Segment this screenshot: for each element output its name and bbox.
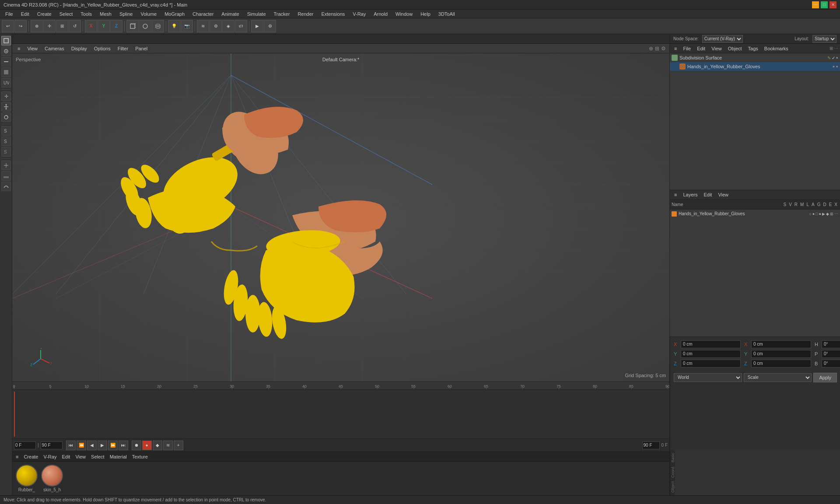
goto-start-button[interactable]: ⏮ — [66, 441, 76, 450]
current-frame-input[interactable] — [14, 441, 36, 449]
z-axis-button[interactable]: Z — [110, 20, 122, 32]
layers-hamburger[interactable]: ≡ — [672, 191, 679, 198]
menu-item-tracker[interactable]: Tracker — [270, 10, 294, 18]
layer-icon-3[interactable]: □ — [816, 212, 818, 216]
menu-item-volume[interactable]: Volume — [137, 10, 160, 18]
viewport-menu-view[interactable]: View — [25, 45, 39, 52]
menu-item-create[interactable]: Create — [34, 10, 55, 18]
minimize-button[interactable]: ─ — [812, 1, 819, 8]
spline-tool[interactable]: S — [1, 126, 11, 136]
mat-menu-view[interactable]: View — [74, 453, 88, 460]
viewport-menu-cameras[interactable]: Cameras — [43, 45, 66, 52]
menu-item-character[interactable]: Character — [189, 10, 217, 18]
poly-mode-tool[interactable] — [1, 67, 11, 77]
edge-mode-tool[interactable] — [1, 57, 11, 66]
scale-tool[interactable] — [1, 102, 11, 112]
node-space-select[interactable]: Current (V-Ray) — [702, 35, 743, 43]
paint-tool[interactable]: S — [1, 147, 11, 157]
viewport-menu-panel[interactable]: Panel — [133, 45, 149, 52]
subdiv-prop-edit[interactable]: ✎ — [827, 56, 831, 60]
uv-mode-tool[interactable]: UV — [1, 78, 11, 88]
play-reverse-button[interactable]: ◀ — [87, 441, 97, 450]
layer-icon-5[interactable]: ▶ — [822, 212, 825, 216]
move-tool[interactable]: ✛ — [1, 91, 11, 101]
side-tab-coord[interactable]: Coord. — [670, 464, 676, 480]
menu-item-animate[interactable]: Animate — [218, 10, 242, 18]
light-button[interactable]: 💡 — [168, 20, 180, 32]
undo-button[interactable]: ↩ — [2, 20, 14, 32]
layer-icon-4[interactable]: ● — [819, 212, 821, 216]
deformer-button[interactable]: ≋ — [197, 20, 209, 32]
menu-item-edit[interactable]: Edit — [18, 10, 33, 18]
om-icon-1[interactable]: ⊞ — [830, 46, 833, 51]
rotate-tool-button[interactable]: ↺ — [69, 20, 81, 32]
mat-menu-texture[interactable]: Texture — [130, 453, 150, 460]
redo-button[interactable]: ↪ — [14, 20, 27, 32]
side-tab-basic[interactable]: Basic — [670, 451, 676, 464]
mat-menu-hamburger[interactable]: ≡ — [14, 453, 20, 460]
sky-tool[interactable] — [1, 182, 11, 191]
layers-view[interactable]: View — [715, 191, 731, 198]
viewport-settings-icon[interactable]: ⚙ — [661, 46, 666, 52]
side-tab-object[interactable]: Object — [670, 480, 676, 494]
mat-menu-vray[interactable]: V-Ray — [42, 453, 58, 460]
sculpt-tool[interactable]: S — [1, 136, 11, 146]
effector-button[interactable]: ◈ — [222, 20, 234, 32]
sphere-button[interactable] — [139, 20, 151, 32]
coord-h-input[interactable] — [822, 340, 840, 348]
generator-button[interactable]: ⚙ — [210, 20, 222, 32]
om-edit[interactable]: Edit — [694, 45, 708, 52]
coord-y2-input[interactable] — [751, 350, 811, 358]
layout-select[interactable]: Startup — [812, 35, 836, 43]
coord-b-input[interactable] — [822, 360, 840, 368]
viewport-menu-display[interactable]: Display — [70, 45, 89, 52]
mat-menu-material[interactable]: Material — [108, 453, 129, 460]
live-selection-button[interactable]: ⊕ — [31, 20, 43, 32]
menu-item-v-ray[interactable]: V-Ray — [349, 10, 369, 18]
mat-menu-create[interactable]: Create — [22, 453, 40, 460]
render-button[interactable]: ▶ — [251, 20, 263, 32]
om-hamburger[interactable]: ≡ — [672, 45, 679, 52]
scale-select[interactable]: Scale — [744, 373, 812, 382]
menu-item-render[interactable]: Render — [294, 10, 317, 18]
menu-item-select[interactable]: Select — [56, 10, 77, 18]
end-frame-display[interactable] — [41, 441, 63, 449]
subdiv-prop-lock[interactable]: ✓ — [832, 56, 835, 60]
viewport-menu-hamburger[interactable]: ≡ — [16, 45, 22, 52]
object-item-hands[interactable]: Hands_in_Yellow_Rubber_Gloves ● ● — [670, 62, 840, 71]
menu-item-simulate[interactable]: Simulate — [244, 10, 270, 18]
om-object[interactable]: Object — [725, 45, 745, 52]
mat-menu-edit[interactable]: Edit — [60, 453, 72, 460]
menu-item-extensions[interactable]: Extensions — [318, 10, 348, 18]
viewport-layout-icon[interactable]: ⊞ — [655, 46, 659, 52]
menu-item-file[interactable]: File — [2, 10, 17, 18]
floor-tool[interactable] — [1, 171, 11, 181]
layer-icon-8[interactable]: ⋯ — [834, 212, 838, 216]
viewport-menu-filter[interactable]: Filter — [116, 45, 130, 52]
viewport-maximize-icon[interactable]: ⊕ — [649, 46, 653, 52]
layers-edit[interactable]: Edit — [701, 191, 714, 198]
coord-y-input[interactable] — [681, 350, 741, 358]
play-button[interactable]: ▶ — [98, 441, 107, 450]
viewport-menu-options[interactable]: Options — [92, 45, 112, 52]
tag-button[interactable]: 🏷 — [235, 20, 247, 32]
apply-button[interactable]: Apply — [813, 373, 837, 382]
record-button[interactable]: ⏺ — [132, 441, 141, 450]
menu-item-help[interactable]: Help — [417, 10, 434, 18]
om-bookmarks[interactable]: Bookmarks — [762, 45, 791, 52]
menu-item-spline[interactable]: Spline — [116, 10, 136, 18]
coord-p-input[interactable] — [822, 350, 840, 358]
auto-key-button[interactable]: ● — [142, 441, 152, 450]
object-item-subdivision[interactable]: Subdivision Surface ✎ ✓ ● — [670, 53, 840, 62]
cylinder-button[interactable] — [152, 20, 164, 32]
layer-icon-7[interactable]: ⊞ — [830, 212, 833, 216]
move-tool-button[interactable]: ✛ — [43, 20, 56, 32]
motion-path-button[interactable]: ≋ — [163, 441, 173, 450]
viewport[interactable]: Perspective Default Camera:* X Y Z — [12, 53, 669, 382]
skin-material-swatch[interactable] — [41, 465, 63, 486]
model-mode-tool[interactable] — [1, 36, 11, 46]
coord-x2-input[interactable] — [751, 340, 811, 348]
coord-z2-input[interactable] — [751, 360, 811, 368]
world-space-select[interactable]: World — [674, 373, 742, 382]
layer-icon-6[interactable]: ◆ — [826, 212, 829, 216]
